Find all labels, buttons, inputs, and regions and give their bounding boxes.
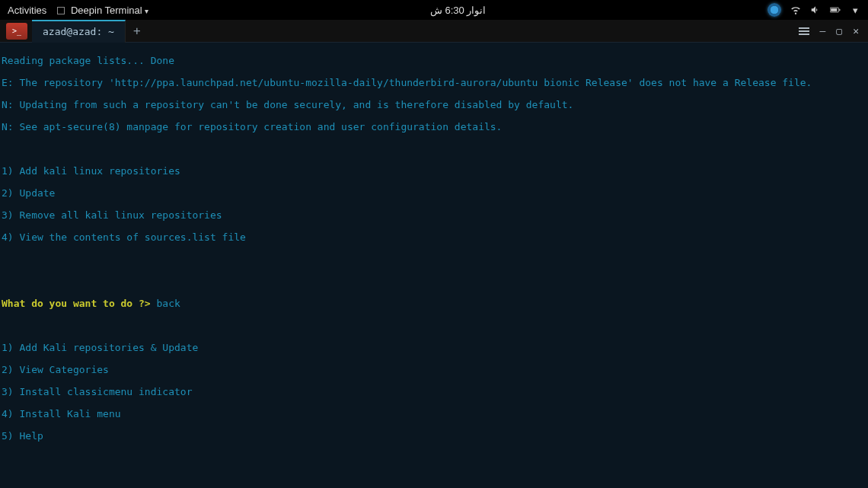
menu2-item-2: 2) View Categories [2,364,109,375]
line-error-n2: N: See apt-secure(8) manpage for reposit… [2,121,502,132]
clock[interactable]: انوار 6:30 ش [148,5,767,16]
menu1-item-1: 1) Add kali linux repositories [2,165,180,177]
power-caret-icon[interactable]: ▾ [850,5,860,15]
close-button[interactable]: ✕ [853,25,859,37]
battery-icon[interactable] [830,5,841,15]
app-menu[interactable]: Deepin Terminal [57,5,148,16]
volume-icon[interactable] [810,5,821,15]
menu2-item-5: 5) Help [2,430,43,442]
settings-indicator-icon[interactable] [767,3,781,17]
line-error-n1: N: Updating from such a repository can't… [2,99,573,110]
menu2-item-4: 4) Install Kali menu [2,408,121,419]
svg-rect-2 [831,8,837,11]
wifi-icon[interactable] [790,5,801,15]
terminal-mini-icon [57,7,65,14]
prompt-what-do: What do you want to do ?> [2,298,151,309]
menu2-item-1: 1) Add Kali repositories & Update [2,342,198,353]
activities-button[interactable]: Activities [8,5,46,16]
svg-rect-1 [839,9,840,11]
menu1-item-2: 2) Update [2,187,55,199]
menu2-item-3: 3) Install classicmenu indicator [2,386,192,397]
window-titlebar: >_ azad@azad: ~ + — ▢ ✕ [0,20,868,43]
line-error-e: E: The repository 'http://ppa.launchpad.… [2,77,812,88]
maximize-button[interactable]: ▢ [836,25,842,37]
hamburger-menu-icon[interactable] [799,27,809,35]
prompt-what-do-answer: back [151,298,180,309]
terminal-output[interactable]: Reading package lists... Done E: The rep… [0,43,868,488]
menu1-item-3: 3) Remove all kali linux repositories [2,209,222,221]
tab-title: azad@azad: ~ [43,26,114,37]
minimize-button[interactable]: — [820,25,826,37]
new-tab-button[interactable]: + [126,20,148,43]
menu1-item-4: 4) View the contents of sources.list fil… [2,231,246,243]
line-reading: Reading package lists... Done [2,55,174,66]
app-menu-label: Deepin Terminal [71,5,142,16]
terminal-app-icon: >_ [6,23,27,40]
gnome-topbar: Activities Deepin Terminal انوار 6:30 ش … [0,0,868,20]
terminal-tab[interactable]: azad@azad: ~ [32,20,126,43]
